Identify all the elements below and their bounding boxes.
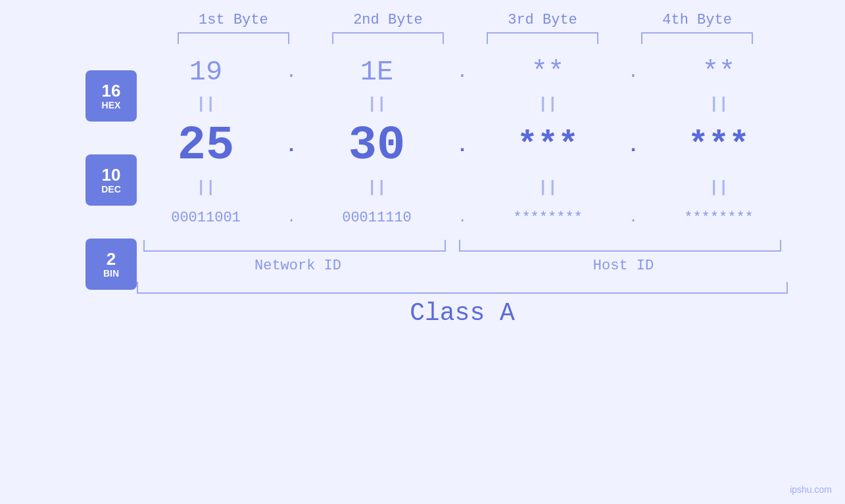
eq1-sign2: || (368, 95, 387, 113)
eq2-sign3: || (539, 179, 558, 196)
eq1-c2: || (308, 95, 446, 113)
network-id-label: Network ID (254, 258, 341, 274)
bin-b4: ******** (650, 210, 788, 226)
dec-dot1: . (275, 135, 308, 157)
hex-b1: 19 (137, 57, 275, 88)
dec-badge-label: DEC (101, 185, 121, 194)
dec-b1-value: 25 (178, 119, 234, 173)
dec-b2: 30 (308, 122, 446, 170)
hex-dot3: . (617, 62, 650, 82)
badges-column: 16 HEX 10 DEC 2 BIN (85, 44, 137, 355)
labels-row: Network ID Host ID (137, 256, 788, 275)
bracket3 (480, 32, 605, 44)
eq1-sign3: || (539, 95, 558, 113)
eq1-c3: || (479, 95, 617, 113)
byte1-label-text: 1st Byte (199, 12, 268, 28)
eq2-sign2: || (368, 179, 387, 196)
hex-data-row: 19 . 1E . ** . ** (137, 51, 788, 93)
bin-badge-number: 2 (107, 250, 116, 267)
dec-b2-value: 30 (349, 119, 405, 173)
dec-b4: *** (650, 129, 788, 163)
hex-dot2-text: . (457, 62, 468, 82)
bin-b4-value: ******** (684, 210, 754, 226)
host-id-cell: Host ID (459, 258, 788, 274)
hex-b4-value: ** (702, 57, 735, 88)
bracket1 (171, 32, 296, 44)
dec-dot1-text: . (285, 135, 297, 157)
dec-dot2-text: . (456, 135, 468, 157)
bin-b2-value: 00011110 (342, 210, 412, 226)
dec-badge: 10 DEC (85, 154, 137, 206)
bin-data-row: 00011001 . 00011110 . ******** . (137, 198, 788, 237)
bin-b3: ******** (479, 210, 617, 226)
eq2-c4: || (650, 179, 788, 196)
main-container: 1st Byte 2nd Byte 3rd Byte 4th Byte (0, 0, 845, 504)
hex-dot3-text: . (628, 62, 639, 82)
eq1-sign1: || (197, 95, 216, 113)
eq2-sign1: || (197, 179, 216, 196)
hex-b3: ** (479, 57, 617, 88)
byte4-label-text: 4th Byte (662, 12, 732, 28)
bin-b3-value: ******** (513, 210, 583, 226)
hex-badge-number: 16 (102, 82, 121, 99)
bracket4 (635, 32, 760, 44)
eq2-sign4: || (710, 179, 729, 196)
network-bracket (143, 240, 446, 252)
dec-dot3: . (617, 135, 650, 157)
dec-b4-value: *** (688, 126, 750, 165)
dec-b3-value: *** (517, 126, 579, 165)
byte2-label: 2nd Byte (326, 12, 450, 28)
eq2-c1: || (137, 179, 275, 196)
class-label-row: Class A (137, 299, 788, 327)
class-label: Class A (410, 299, 515, 327)
hex-dot1: . (275, 62, 308, 82)
host-bracket (459, 240, 781, 252)
hex-b2: 1E (308, 57, 446, 88)
eq1-sign4: || (710, 95, 729, 113)
byte1-label: 1st Byte (171, 12, 296, 28)
hex-badge-label: HEX (102, 101, 121, 110)
network-id-cell: Network ID (137, 258, 459, 274)
dec-b3: *** (479, 129, 617, 163)
hex-b3-value: ** (531, 57, 564, 88)
dec-data-row: 25 . 30 . *** . *** (137, 114, 788, 177)
hex-b4: ** (650, 57, 788, 88)
byte3-label-text: 3rd Byte (508, 12, 577, 28)
hex-b2-value: 1E (360, 57, 393, 88)
dec-dot2: . (446, 135, 479, 157)
content-area: 16 HEX 10 DEC 2 BIN 19 . (85, 44, 760, 355)
bin-dot2-text: . (458, 210, 466, 226)
equals-row-2: || || || || (137, 177, 788, 198)
dec-dot3-text: . (627, 135, 639, 157)
dec-b1: 25 (137, 122, 275, 170)
hex-dot1-text: . (286, 62, 297, 82)
big-bracket (137, 282, 788, 294)
bin-dot3-text: . (629, 210, 637, 226)
big-bracket-container (137, 282, 788, 294)
hex-b1-value: 19 (189, 57, 222, 88)
eq2-c3: || (479, 179, 617, 196)
bottom-bracket-row (137, 240, 788, 253)
bin-dot3: . (617, 210, 650, 226)
watermark-text: ipshu.com (790, 484, 832, 495)
bin-b1: 00011001 (137, 210, 275, 226)
top-bracket-row (85, 32, 760, 44)
hex-dot2: . (446, 62, 479, 82)
bracket2 (326, 32, 450, 44)
hex-badge: 16 HEX (85, 70, 137, 122)
byte-header-row: 1st Byte 2nd Byte 3rd Byte 4th Byte (85, 0, 760, 28)
watermark: ipshu.com (790, 484, 832, 495)
bin-b1-value: 00011001 (171, 210, 241, 226)
eq1-c4: || (650, 95, 788, 113)
bin-badge-label: BIN (103, 269, 119, 278)
bin-b2: 00011110 (308, 210, 446, 226)
host-id-label: Host ID (593, 258, 654, 274)
byte2-label-text: 2nd Byte (353, 12, 423, 28)
bin-dot1: . (275, 210, 308, 226)
data-grid: 19 . 1E . ** . ** (137, 44, 788, 327)
bin-badge: 2 BIN (85, 239, 137, 290)
equals-row-1: || || || || (137, 93, 788, 114)
byte4-label: 4th Byte (635, 12, 760, 28)
byte3-label: 3rd Byte (480, 12, 605, 28)
dec-badge-number: 10 (102, 166, 121, 183)
